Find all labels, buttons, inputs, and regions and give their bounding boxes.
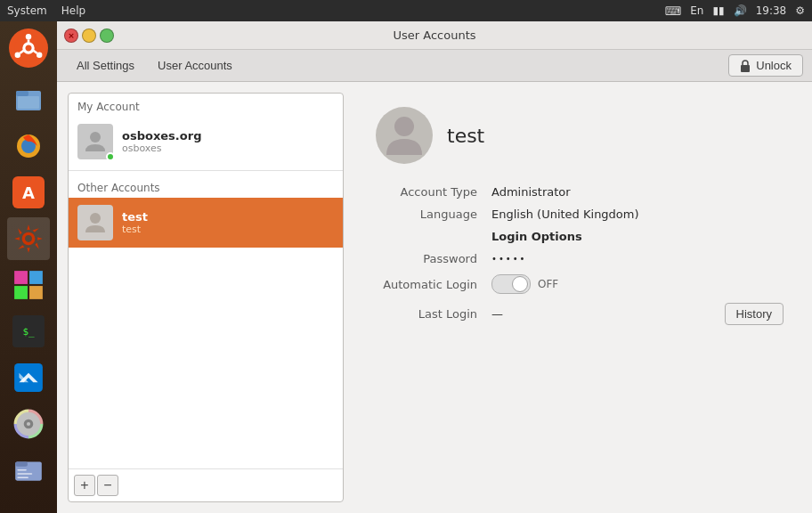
filemanager-launcher[interactable] <box>7 449 50 492</box>
auto-login-toggle-container[interactable]: OFF <box>491 274 558 294</box>
terminal-launcher[interactable]: $_ <box>7 310 50 353</box>
last-login-label: Last Login <box>376 307 491 321</box>
large-avatar <box>376 107 433 164</box>
svg-rect-23 <box>15 461 28 466</box>
account-type-value: Administrator <box>491 185 571 199</box>
clock: 19:38 <box>756 4 787 17</box>
remove-account-button[interactable]: − <box>97 475 118 496</box>
last-login-value: — <box>491 307 503 321</box>
settings-launcher[interactable] <box>7 217 50 260</box>
svg-point-28 <box>90 132 101 142</box>
svg-rect-14 <box>14 271 28 284</box>
password-row: Password ••••• <box>376 252 784 265</box>
language-label: Language <box>376 208 491 221</box>
battery-icon: ▮▮ <box>712 4 724 17</box>
svg-point-4 <box>37 53 42 58</box>
my-account-item[interactable]: osboxes.org osboxes <box>69 117 343 167</box>
keyboard-icon[interactable]: ⌨ <box>664 4 681 18</box>
svg-rect-24 <box>17 469 27 471</box>
svg-point-21 <box>27 422 30 426</box>
nav-bar: All Settings User Accounts Unlock <box>57 50 812 82</box>
menu-help[interactable]: Help <box>61 4 85 17</box>
login-options-value: Login Options <box>491 230 582 243</box>
sidebar: A $_ <box>0 21 57 513</box>
other-avatar-container <box>77 205 113 240</box>
content-area: My Account osboxes.org osboxes <box>57 82 812 513</box>
login-options-row: Login Options <box>376 230 784 243</box>
account-type-row: Account Type Administrator <box>376 185 784 199</box>
last-login-row: Last Login — History <box>376 303 784 325</box>
all-settings-nav[interactable]: All Settings <box>66 55 145 76</box>
main-window: × User Accounts All Settings User Accoun… <box>57 21 812 513</box>
lang-indicator[interactable]: En <box>690 4 703 17</box>
minimize-button[interactable] <box>82 28 96 43</box>
svg-rect-25 <box>17 473 32 475</box>
svg-point-13 <box>23 233 33 243</box>
appstore-launcher[interactable]: A <box>7 171 50 214</box>
window-controls: × <box>64 28 114 43</box>
lock-icon <box>740 60 751 72</box>
other-avatar-img <box>77 205 113 240</box>
add-account-button[interactable]: + <box>74 475 95 496</box>
online-indicator <box>106 152 115 161</box>
password-value[interactable]: ••••• <box>491 254 527 264</box>
list-separator <box>69 170 343 171</box>
disc-launcher[interactable] <box>7 403 50 445</box>
close-button[interactable]: × <box>64 28 78 43</box>
files-launcher[interactable] <box>7 78 50 121</box>
firefox-launcher[interactable] <box>7 125 50 167</box>
other-account-name: test <box>122 210 148 224</box>
person-avatar-icon <box>82 128 109 155</box>
language-row: Language English (United Kingdom) <box>376 208 784 221</box>
ubuntu-logo-button[interactable] <box>7 28 50 71</box>
maximize-button[interactable] <box>100 28 114 43</box>
account-list-panel: My Account osboxes.org osboxes <box>68 93 344 502</box>
svg-point-3 <box>15 53 20 58</box>
unlock-button[interactable]: Unlock <box>728 54 803 77</box>
history-button[interactable]: History <box>725 303 784 325</box>
my-account-sub: osboxes <box>122 142 201 154</box>
svg-point-2 <box>26 34 31 39</box>
toggle-off-label: OFF <box>538 278 558 290</box>
svg-rect-9 <box>16 91 28 96</box>
other-account-item[interactable]: test test <box>69 198 343 248</box>
my-account-label: My Account <box>69 94 343 117</box>
svg-rect-10 <box>18 96 39 109</box>
other-accounts-label: Other Accounts <box>69 175 343 198</box>
title-bar: × User Accounts <box>57 21 812 50</box>
large-person-icon <box>383 112 426 159</box>
password-label: Password <box>376 252 491 265</box>
appearance-launcher[interactable] <box>7 264 50 306</box>
svg-rect-15 <box>29 271 43 284</box>
user-header: test <box>376 107 784 164</box>
svg-point-30 <box>394 117 414 136</box>
language-value: English (United Kingdom) <box>491 208 639 221</box>
user-display-name: test <box>447 125 484 147</box>
vscode-launcher[interactable] <box>7 356 50 399</box>
avatar-container <box>77 124 113 159</box>
other-person-avatar-icon <box>82 209 109 236</box>
volume-icon[interactable]: 🔊 <box>734 4 747 17</box>
other-account-sub: test <box>122 224 148 235</box>
account-type-label: Account Type <box>376 185 491 199</box>
user-accounts-nav[interactable]: User Accounts <box>147 55 243 76</box>
menu-system[interactable]: System <box>7 4 47 17</box>
list-buttons: + − <box>69 468 343 501</box>
svg-rect-17 <box>29 286 43 299</box>
svg-rect-16 <box>14 286 28 299</box>
my-account-name: osboxes.org <box>122 129 201 142</box>
auto-login-label: Automatic Login <box>376 278 491 291</box>
svg-rect-26 <box>17 476 28 478</box>
toggle-thumb <box>512 276 528 292</box>
user-details-panel: test Account Type Administrator Language… <box>358 93 801 502</box>
svg-rect-27 <box>741 65 750 72</box>
svg-point-29 <box>90 213 101 224</box>
window-title: User Accounts <box>121 28 748 42</box>
system-settings-icon[interactable]: ⚙ <box>795 4 805 17</box>
auto-login-row: Automatic Login OFF <box>376 274 784 294</box>
top-bar: System Help ⌨ En ▮▮ 🔊 19:38 ⚙ <box>0 0 812 21</box>
auto-login-toggle[interactable] <box>491 274 531 294</box>
